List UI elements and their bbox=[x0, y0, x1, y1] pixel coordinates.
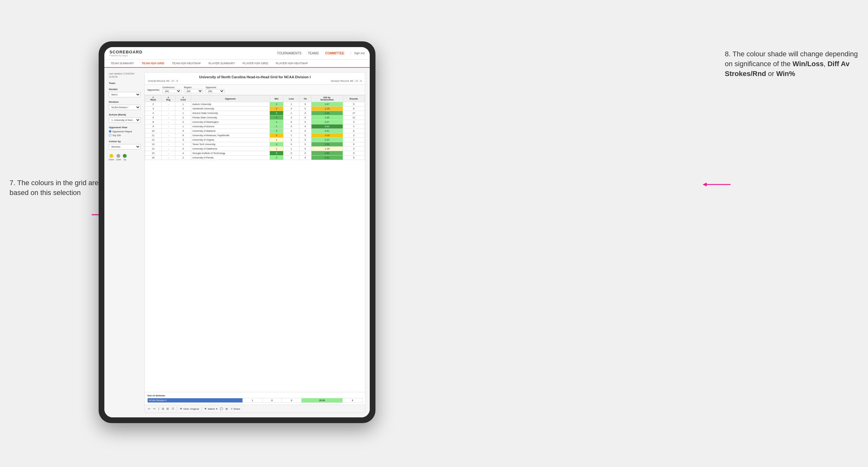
comment-button[interactable]: 💬 bbox=[220, 407, 223, 410]
colour-by-select[interactable]: Win/loss bbox=[109, 144, 141, 150]
sign-out-link[interactable]: Sign out bbox=[351, 52, 365, 55]
conference-label: Conference bbox=[162, 86, 181, 88]
sidebar-team-section: Team bbox=[109, 82, 141, 85]
region-filter: Region (All) bbox=[184, 86, 203, 93]
cell-opponent: Georgia Institute of Technology bbox=[191, 151, 270, 156]
undo-icon[interactable]: ↩ bbox=[148, 407, 151, 410]
watch-icon: 👁 bbox=[204, 407, 207, 410]
cell-reg: - bbox=[161, 156, 175, 160]
forward-icon[interactable]: ⟩ bbox=[158, 407, 159, 410]
conference-select[interactable]: (All) bbox=[162, 89, 181, 93]
cell-win: 1 bbox=[270, 124, 283, 129]
tab-player-h2h-grid[interactable]: PLAYER H2H GRID bbox=[241, 60, 269, 68]
cell-diff: 4.50 bbox=[311, 151, 343, 156]
cell-rounds: 8 bbox=[343, 106, 365, 111]
logo-sub: Powered by clippd bbox=[110, 54, 143, 57]
cell-win: 4 bbox=[270, 116, 283, 120]
redo-icon[interactable]: ↪ bbox=[153, 407, 156, 410]
right-arrow bbox=[703, 181, 731, 188]
legend-dot-green bbox=[123, 154, 127, 158]
tab-team-h2h-grid[interactable]: TEAM H2H GRID bbox=[140, 60, 165, 68]
view-original-button[interactable]: 👁 View: Original bbox=[180, 407, 199, 410]
col-diff: Diff AvStrokes/Rnd bbox=[311, 95, 343, 102]
legend-label-up: Up bbox=[123, 158, 126, 161]
cell-win: 2 bbox=[270, 102, 283, 106]
region-select[interactable]: (All) bbox=[184, 89, 203, 93]
cell-rank: 15 bbox=[145, 151, 162, 156]
cell-conf: 4 bbox=[175, 151, 191, 156]
cell-opponent: Vanderbilt University bbox=[191, 106, 270, 111]
cell-reg: - bbox=[161, 120, 175, 124]
cell-loss: 1 bbox=[283, 133, 300, 138]
sidebar-gender-section: Gender Men's bbox=[109, 88, 141, 97]
grid-icon-button[interactable]: ⊞ bbox=[225, 407, 228, 410]
opponent-select[interactable]: (All) bbox=[206, 89, 225, 93]
eye-icon: 👁 bbox=[180, 407, 182, 410]
tab-team-summary[interactable]: TEAM SUMMARY bbox=[110, 60, 135, 68]
school-select[interactable]: 1. University of Nort... bbox=[109, 117, 141, 123]
table-row: 10 - 5 University of Alabama 3 0 0 2.61 … bbox=[145, 129, 365, 133]
nav-tournaments[interactable]: TOURNAMENTS bbox=[277, 52, 301, 55]
gender-select[interactable]: Men's bbox=[109, 92, 141, 97]
overall-record: Overall Record: 89 - 17 - 0 bbox=[148, 80, 178, 83]
tab-player-h2h-heatmap[interactable]: PLAYER H2H HEATMAP bbox=[275, 60, 309, 68]
radio-top100[interactable]: Top 100 bbox=[109, 134, 141, 137]
table-row: 6 - 2 Florida State University 4 2 0 1.8… bbox=[145, 116, 365, 120]
legend-dot-gray bbox=[117, 154, 120, 158]
clock-icon[interactable]: ⏱ bbox=[172, 407, 174, 410]
cell-rounds: 8 bbox=[343, 129, 365, 133]
nav-committee[interactable]: COMMITTEE bbox=[325, 52, 344, 55]
cell-rank: 11 bbox=[145, 133, 162, 138]
cell-conf: 3 bbox=[175, 138, 191, 142]
cell-tie: 0 bbox=[300, 151, 311, 156]
cell-rank: 3 bbox=[145, 106, 162, 111]
cell-rank: 8 bbox=[145, 120, 162, 124]
radio-opponents-played[interactable]: Opponents Played bbox=[109, 130, 141, 133]
copy-icon[interactable]: ⧉ bbox=[162, 407, 164, 411]
cell-win: 1 bbox=[270, 138, 283, 142]
share-button[interactable]: ↗ Share bbox=[230, 407, 240, 410]
tab-team-h2h-heatmap[interactable]: TEAM H2H HEATMAP bbox=[170, 60, 202, 68]
cell-conf: 2 bbox=[175, 156, 191, 160]
layout-icon[interactable]: ⊞ bbox=[166, 407, 169, 410]
cell-opponent: University of Florida bbox=[191, 156, 270, 160]
cell-reg: - bbox=[161, 151, 175, 156]
cell-rank: 6 bbox=[145, 116, 162, 120]
legend-level: Level bbox=[116, 154, 121, 161]
sidebar-school-section: School (Rank) 1. University of Nort... bbox=[109, 113, 141, 123]
legend-label-down: Down bbox=[109, 158, 114, 161]
grid-area: University of North Carolina Head-to-Hea… bbox=[145, 72, 365, 413]
table-row: 3 - 2 Vanderbilt University 0 4 0 -2.29 … bbox=[145, 106, 365, 111]
opponent-view-radio-group: Opponents Played Top 100 bbox=[109, 130, 141, 137]
cell-rounds: 9 bbox=[343, 102, 365, 106]
cell-tie: 0 bbox=[300, 102, 311, 106]
cell-diff: -4.33 bbox=[311, 133, 343, 138]
opponent-label: Opponent bbox=[206, 86, 225, 88]
tab-player-summary[interactable]: PLAYER SUMMARY bbox=[207, 60, 236, 68]
cell-rank: 12 bbox=[145, 138, 162, 142]
cell-diff: 9.00 bbox=[311, 124, 343, 129]
sub-nav: TEAM SUMMARY TEAM H2H GRID TEAM H2H HEAT… bbox=[104, 60, 370, 68]
cell-win: 1 bbox=[270, 147, 283, 151]
sidebar-gender-label: Gender bbox=[109, 88, 141, 91]
cell-rounds: 9 bbox=[343, 156, 365, 160]
cell-tie: 0 bbox=[300, 106, 311, 111]
h2h-table: #Rank #Reg #Conf Opponent Win Loss Tie D… bbox=[145, 95, 365, 160]
division-select[interactable]: NCAA Division I bbox=[109, 105, 141, 110]
cell-reg: - bbox=[161, 133, 175, 138]
cell-reg: - bbox=[161, 111, 175, 116]
cell-tie: 0 bbox=[300, 142, 311, 147]
cell-win: 5 bbox=[270, 111, 283, 116]
table-row: 14 - 0 University of Oklahoma 1 1 0 -1.0… bbox=[145, 147, 365, 151]
cell-diff: 5.56 bbox=[311, 142, 343, 147]
watch-button[interactable]: 👁 Watch▾ bbox=[204, 407, 217, 410]
cell-diff: 3.67 bbox=[311, 120, 343, 124]
cell-conf: 0 bbox=[175, 147, 191, 151]
nav-teams[interactable]: TEAMS bbox=[308, 52, 319, 55]
cell-rank: 14 bbox=[145, 147, 162, 151]
cell-loss: 0 bbox=[283, 124, 300, 129]
cell-rank: 4 bbox=[145, 111, 162, 116]
sidebar-school-label: School (Rank) bbox=[109, 113, 141, 116]
cell-opponent: Florida State University bbox=[191, 116, 270, 120]
cell-reg: - bbox=[161, 116, 175, 120]
